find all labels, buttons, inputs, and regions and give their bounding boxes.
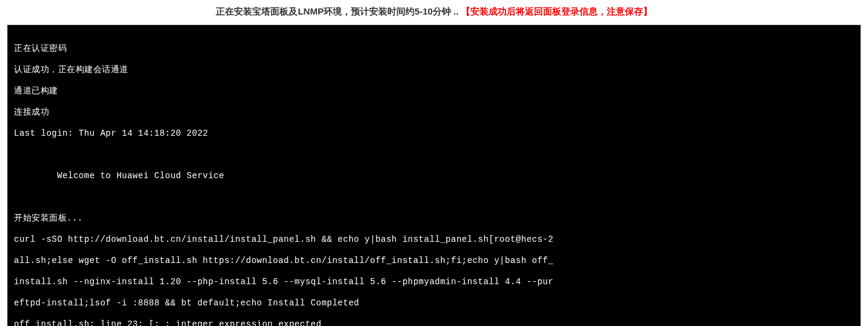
terminal-line: install.sh --nginx-install 1.20 --php-in… bbox=[14, 277, 854, 288]
terminal-line: Welcome to Huawei Cloud Service bbox=[14, 171, 854, 182]
terminal-line: 认证成功，正在构建会话通道 bbox=[14, 65, 854, 76]
terminal-line bbox=[14, 150, 854, 161]
terminal-output[interactable]: 正在认证密码 认证成功，正在构建会话通道 通道已构建 连接成功 Last log… bbox=[7, 25, 861, 326]
install-warning-text: 【安装成功后将返回面板登录信息，注意保存】 bbox=[461, 6, 652, 16]
terminal-line: all.sh;else wget -O off_install.sh https… bbox=[14, 256, 854, 267]
terminal-line: 正在认证密码 bbox=[14, 44, 854, 55]
terminal-line: 通道已构建 bbox=[14, 86, 854, 97]
terminal-line bbox=[14, 192, 854, 203]
status-bar: 正在安装宝塔面板及LNMP环境，预计安装时间约5-10分钟 .. 【安装成功后将… bbox=[0, 0, 868, 25]
install-status-text: 正在安装宝塔面板及LNMP环境，预计安装时间约5-10分钟 .. bbox=[216, 6, 461, 16]
terminal-line: 开始安装面板... bbox=[14, 213, 854, 224]
terminal-line: eftpd-install;lsof -i :8888 && bt defaul… bbox=[14, 298, 854, 309]
terminal-line: curl -sSO http://download.bt.cn/install/… bbox=[14, 235, 854, 245]
terminal-line: off_install.sh: line 23: [: : integer ex… bbox=[14, 319, 854, 327]
terminal-line: 连接成功 bbox=[14, 107, 854, 118]
terminal-line: Last login: Thu Apr 14 14:18:20 2022 bbox=[14, 128, 854, 139]
